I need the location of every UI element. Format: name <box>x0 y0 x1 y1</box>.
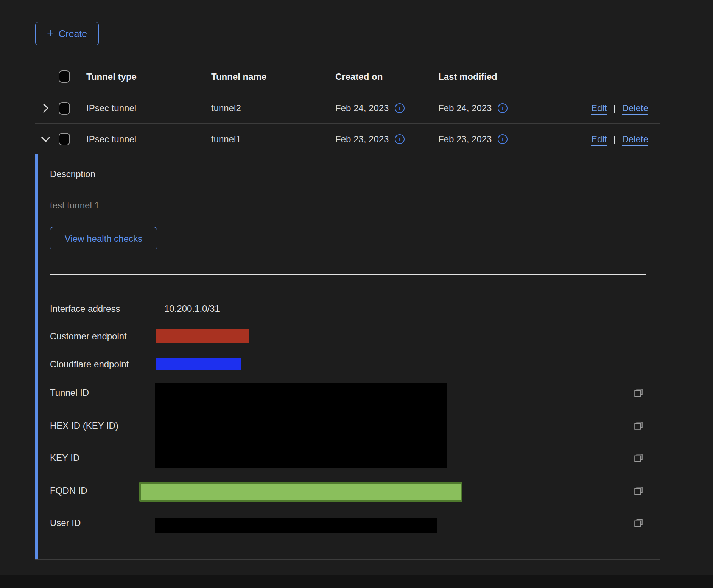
action-separator: | <box>613 103 615 114</box>
col-header-tunnel-type: Tunnel type <box>86 72 211 82</box>
table-row: IPsec tunnel tunnel2 Feb 24, 2023 i Feb … <box>35 93 660 124</box>
col-header-created-on: Created on <box>335 72 438 82</box>
info-icon[interactable]: i <box>498 134 508 144</box>
info-icon[interactable]: i <box>498 103 508 113</box>
tunnel-detail-panel: Description test tunnel 1 View health ch… <box>38 154 660 559</box>
customer-endpoint-redaction <box>156 329 249 343</box>
expand-row-button[interactable] <box>39 102 53 115</box>
last-modified-cell: Feb 24, 2023 <box>438 103 492 114</box>
delete-link[interactable]: Delete <box>622 134 648 145</box>
created-on-cell: Feb 24, 2023 <box>335 103 389 114</box>
expanded-row-bottom-divider <box>35 559 660 560</box>
create-button-label: Create <box>59 28 87 39</box>
copy-icon <box>633 420 644 431</box>
col-header-tunnel-name: Tunnel name <box>211 72 335 82</box>
create-button[interactable]: + Create <box>35 22 99 45</box>
select-all-checkbox[interactable] <box>59 70 70 83</box>
customer-endpoint-label: Customer endpoint <box>50 331 127 342</box>
copy-icon <box>633 485 644 496</box>
copy-icon <box>633 518 644 528</box>
copy-tunnel-id-button[interactable] <box>632 386 645 399</box>
view-health-checks-button[interactable]: View health checks <box>50 227 157 250</box>
col-header-last-modified: Last modified <box>438 72 573 82</box>
user-id-label: User ID <box>50 518 81 528</box>
edit-link[interactable]: Edit <box>591 134 607 145</box>
tunnel-id-label: Tunnel ID <box>50 387 89 398</box>
info-icon[interactable]: i <box>395 103 405 113</box>
copy-key-id-button[interactable] <box>632 451 645 464</box>
description-value: test tunnel 1 <box>50 200 100 211</box>
expanded-row-accent-bar <box>35 154 38 559</box>
interface-address-value: 10.200.1.0/31 <box>164 303 220 314</box>
fqdn-id-label: FQDN ID <box>50 485 87 496</box>
cloudflare-endpoint-label: Cloudflare endpoint <box>50 359 129 370</box>
collapse-row-button[interactable] <box>39 134 53 145</box>
interface-address-label: Interface address <box>50 303 120 314</box>
tunnel-type-cell: IPsec tunnel <box>86 134 211 145</box>
plus-icon: + <box>47 27 54 39</box>
copy-hex-id-button[interactable] <box>632 419 645 432</box>
bottom-strip <box>0 575 713 588</box>
action-separator: | <box>613 134 615 145</box>
copy-user-id-button[interactable] <box>632 516 645 529</box>
copy-fqdn-id-button[interactable] <box>632 484 645 497</box>
user-id-redaction <box>155 518 437 533</box>
tunnel-type-cell: IPsec tunnel <box>86 103 211 114</box>
delete-link[interactable]: Delete <box>622 103 648 114</box>
last-modified-cell: Feb 23, 2023 <box>438 134 492 145</box>
tunnel-name-cell: tunnel1 <box>211 134 335 145</box>
table-header-row: Tunnel type Tunnel name Created on Last … <box>35 61 660 93</box>
chevron-down-icon <box>41 135 51 143</box>
key-id-label: KEY ID <box>50 453 79 463</box>
description-label: Description <box>50 169 95 179</box>
section-divider <box>50 274 646 275</box>
row-checkbox[interactable] <box>59 133 70 145</box>
tunnel-name-cell: tunnel2 <box>211 103 335 114</box>
info-icon[interactable]: i <box>395 134 405 144</box>
created-on-cell: Feb 23, 2023 <box>335 134 389 145</box>
copy-icon <box>633 453 644 463</box>
row-checkbox[interactable] <box>59 102 70 115</box>
table-row: IPsec tunnel tunnel1 Feb 23, 2023 i Feb … <box>35 124 660 154</box>
cloudflare-endpoint-redaction <box>156 358 241 370</box>
hex-id-label: HEX ID (KEY ID) <box>50 420 118 431</box>
edit-link[interactable]: Edit <box>591 103 607 114</box>
fqdn-id-redaction <box>139 482 462 502</box>
tunnels-table: Tunnel type Tunnel name Created on Last … <box>35 61 660 154</box>
chevron-right-icon <box>42 103 50 113</box>
copy-icon <box>633 387 644 398</box>
tunnel-ids-redaction <box>155 383 447 468</box>
